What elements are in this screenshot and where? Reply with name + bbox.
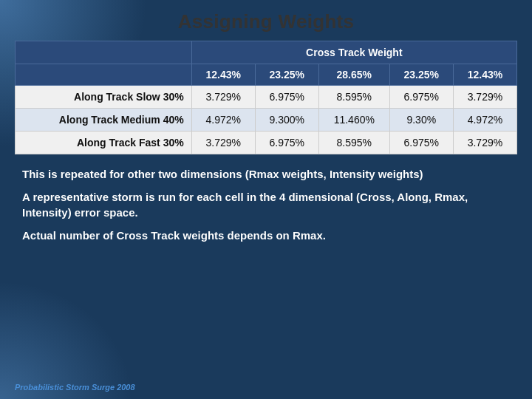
row-fast-v5: 3.729% — [453, 132, 516, 154]
row-medium-v4: 9.30% — [389, 109, 453, 132]
page-title: Assigning Weights — [178, 10, 355, 33]
row-slow-v2: 6.975% — [255, 86, 318, 109]
footer-text: Probabilistic Storm Surge 2008 — [15, 383, 135, 392]
table-row: Along Track Medium 40% 4.972% 9.300% 11.… — [16, 109, 517, 132]
row-fast-v3: 8.595% — [318, 132, 389, 154]
row-medium-v2: 9.300% — [255, 109, 318, 132]
row-label-slow: Along Track Slow 30% — [16, 86, 192, 109]
paragraph-1: This is repeated for other two dimension… — [22, 166, 510, 182]
row-label-medium: Along Track Medium 40% — [16, 109, 192, 132]
row-fast-v4: 6.975% — [389, 132, 453, 154]
row-slow-v1: 3.729% — [191, 86, 255, 109]
row-slow-v3: 8.595% — [318, 86, 389, 109]
row-fast-v1: 3.729% — [191, 132, 255, 154]
row-medium-v3: 11.460% — [318, 109, 389, 132]
table-corner-header — [16, 41, 192, 64]
subheader-col-4: 23.25% — [389, 64, 453, 86]
subheader-col-3: 28.65% — [318, 64, 389, 86]
text-content-area: This is repeated for other two dimension… — [15, 166, 517, 250]
paragraph-3: Actual number of Cross Track weights dep… — [22, 228, 510, 243]
row-label-fast: Along Track Fast 30% — [16, 132, 192, 154]
row-medium-v5: 4.972% — [453, 109, 516, 132]
row-slow-v4: 6.975% — [389, 86, 453, 109]
row-medium-v1: 4.972% — [191, 109, 255, 132]
subheader-col-2: 23.25% — [255, 64, 318, 86]
table-wrapper: Cross Track Weight 12.43% 23.25% 28.65% … — [15, 41, 517, 154]
subheader-empty — [16, 64, 192, 86]
paragraph-2: A representative storm is run for each c… — [22, 189, 510, 220]
subheader-col-1: 12.43% — [191, 64, 255, 86]
table-row: Along Track Fast 30% 3.729% 6.975% 8.595… — [16, 132, 517, 154]
title-area: Assigning Weights — [0, 0, 532, 41]
row-fast-v2: 6.975% — [255, 132, 318, 154]
main-container: Assigning Weights Cross Track Weight 12.… — [0, 0, 532, 399]
footer-label: Probabilistic Storm Surge 2008 — [15, 383, 135, 392]
subheader-col-5: 12.43% — [453, 64, 516, 86]
row-slow-v5: 3.729% — [453, 86, 516, 109]
cross-track-header: Cross Track Weight — [191, 41, 516, 64]
weights-table: Cross Track Weight 12.43% 23.25% 28.65% … — [15, 41, 517, 154]
table-row: Along Track Slow 30% 3.729% 6.975% 8.595… — [16, 86, 517, 109]
